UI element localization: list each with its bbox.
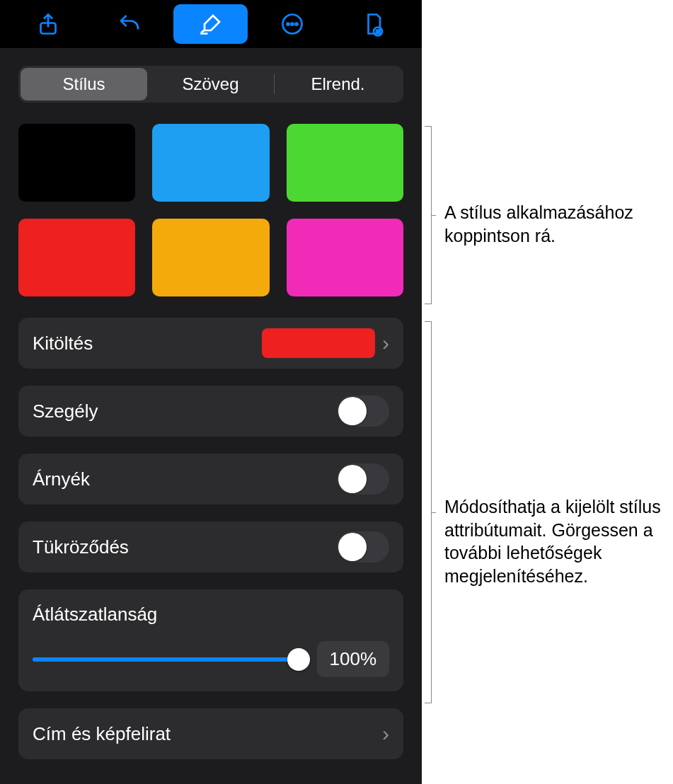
share-button[interactable] xyxy=(11,4,85,44)
style-swatch[interactable] xyxy=(18,124,135,202)
toggle-knob xyxy=(338,397,367,425)
callout-bracket xyxy=(425,126,432,304)
tab-label: Szöveg xyxy=(182,74,238,94)
tab-style[interactable]: Stílus xyxy=(21,68,147,100)
chevron-right-icon: › xyxy=(382,722,389,746)
chevron-right-icon: › xyxy=(382,331,389,355)
reflection-label: Tükröződés xyxy=(33,536,337,558)
style-swatch[interactable] xyxy=(152,124,269,202)
toggle-knob xyxy=(338,533,367,561)
undo-icon xyxy=(117,11,142,37)
style-options: Kitöltés › Szegély Árnyék Tükröződés Átl… xyxy=(18,318,403,759)
tab-label: Stílus xyxy=(62,74,105,94)
shadow-toggle[interactable] xyxy=(337,463,389,495)
opacity-row: Átlátszatlanság 100% xyxy=(18,589,403,691)
shadow-row[interactable]: Árnyék xyxy=(18,454,403,505)
style-swatch[interactable] xyxy=(287,219,403,296)
opacity-slider[interactable] xyxy=(33,645,303,674)
fill-label: Kitöltés xyxy=(33,333,262,354)
format-brush-button[interactable] xyxy=(173,4,248,44)
share-icon xyxy=(35,11,61,37)
border-toggle[interactable] xyxy=(337,396,389,427)
opacity-value[interactable]: 100% xyxy=(317,641,390,677)
slider-fill xyxy=(33,657,303,662)
more-icon xyxy=(280,11,305,37)
svg-point-2 xyxy=(287,23,289,25)
style-swatch[interactable] xyxy=(18,219,135,296)
style-swatch-grid xyxy=(18,124,403,296)
svg-point-3 xyxy=(292,23,294,25)
title-caption-label: Cím és képfelirat xyxy=(33,723,375,745)
callout-bracket xyxy=(425,321,432,703)
fill-color-swatch xyxy=(262,328,375,358)
fill-row[interactable]: Kitöltés › xyxy=(18,318,403,369)
svg-point-6 xyxy=(376,30,380,33)
title-caption-row[interactable]: Cím és képfelirat › xyxy=(18,708,403,759)
border-label: Szegély xyxy=(33,400,337,422)
tab-label: Elrend. xyxy=(311,74,364,94)
format-tabs: Stílus Szöveg Elrend. xyxy=(18,66,403,103)
reflection-row[interactable]: Tükröződés xyxy=(18,521,403,572)
reflection-toggle[interactable] xyxy=(337,531,389,563)
doc-options-button[interactable] xyxy=(337,4,411,44)
more-button[interactable] xyxy=(255,4,330,44)
slider-thumb[interactable] xyxy=(287,648,310,671)
brush-icon xyxy=(198,11,224,37)
tab-text[interactable]: Szöveg xyxy=(147,68,274,100)
toggle-knob xyxy=(338,465,367,493)
style-swatch[interactable] xyxy=(152,219,269,296)
svg-point-4 xyxy=(296,23,298,25)
style-swatch[interactable] xyxy=(287,124,403,202)
doc-icon xyxy=(361,11,386,37)
border-row[interactable]: Szegély xyxy=(18,386,403,437)
toolbar xyxy=(0,0,422,48)
opacity-label: Átlátszatlanság xyxy=(33,604,389,626)
tab-arrange[interactable]: Elrend. xyxy=(275,68,401,100)
callout-attributes: Módosíthatja a kijelölt stílus attribútu… xyxy=(444,495,667,587)
format-panel: Stílus Szöveg Elrend. Kitöltés › Szegély… xyxy=(0,0,422,784)
undo-button[interactable] xyxy=(92,4,166,44)
callout-styles: A stílus alkalmazásához koppintson rá. xyxy=(444,201,667,247)
shadow-label: Árnyék xyxy=(33,468,337,490)
